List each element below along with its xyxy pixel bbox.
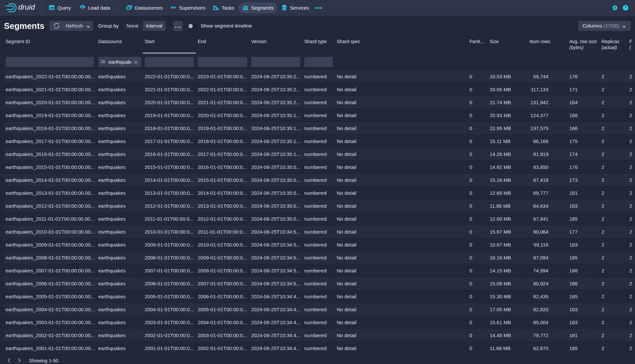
svg-text:?: ? xyxy=(624,5,627,10)
